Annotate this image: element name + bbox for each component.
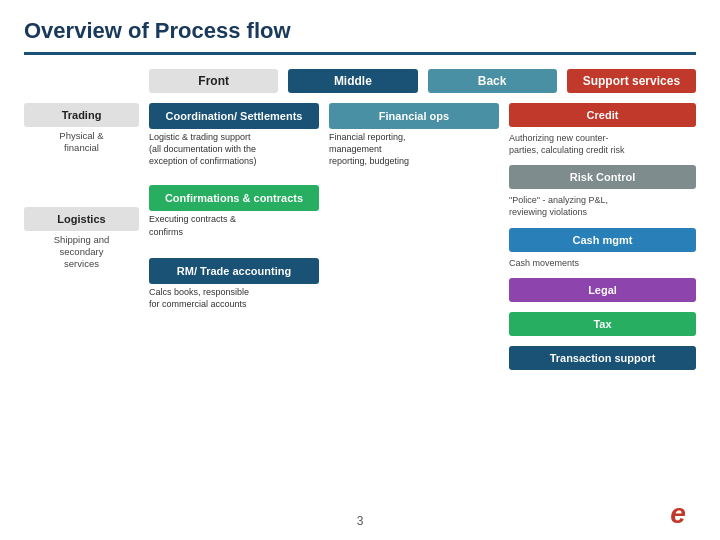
- financial-ops-group: Financial ops Financial reporting,manage…: [329, 103, 499, 167]
- confirm-desc: Executing contracts &confirms: [149, 213, 319, 237]
- page-title: Overview of Process flow: [24, 18, 696, 44]
- column-headers: Front Middle Back Support services: [24, 69, 696, 93]
- trading-box: Trading: [24, 103, 139, 127]
- credit-box: Credit: [509, 103, 696, 127]
- financial-desc: Financial reporting,managementreporting,…: [329, 131, 499, 167]
- rm-trade-box: RM/ Trade accounting: [149, 258, 319, 284]
- middle-column: Coordination/ Settlements Logistic & tra…: [149, 103, 319, 370]
- rm-group: RM/ Trade accounting Calcs books, respon…: [149, 254, 319, 310]
- header-support: Support services: [567, 69, 696, 93]
- confirmations-box: Confirmations & contracts: [149, 185, 319, 211]
- logistics-label-group: Logistics Shipping andsecondaryservices: [24, 199, 139, 271]
- back-column: Financial ops Financial reporting,manage…: [329, 103, 499, 370]
- risk-desc: "Police" - analyzing P&L,reviewing viola…: [509, 195, 696, 218]
- logo-area: e: [654, 496, 702, 532]
- header-middle: Middle: [288, 69, 417, 93]
- content-area: Trading Physical &financial Logistics Sh…: [24, 103, 696, 370]
- confirmations-group: Confirmations & contracts Executing cont…: [149, 185, 319, 237]
- credit-desc: Authorizing new counter-parties, calcula…: [509, 133, 696, 156]
- page: Overview of Process flow Front Middle Ba…: [0, 0, 720, 540]
- spacer-header: [24, 69, 139, 93]
- cash-box: Cash mgmt: [509, 228, 696, 252]
- tax-box: Tax: [509, 312, 696, 336]
- coord-desc: Logistic & trading support(all documenta…: [149, 131, 319, 167]
- rm-desc: Calcs books, responsiblefor commercial a…: [149, 286, 319, 310]
- enron-logo: e: [670, 500, 686, 528]
- transaction-box: Transaction support: [509, 346, 696, 370]
- page-number: 3: [357, 514, 364, 528]
- trading-label: Trading Physical &financial: [24, 103, 139, 155]
- logistics-box: Logistics: [24, 207, 139, 231]
- legal-box: Legal: [509, 278, 696, 302]
- coord-settlements-box: Coordination/ Settlements: [149, 103, 319, 129]
- cash-desc: Cash movements: [509, 258, 696, 270]
- physical-financial-label: Physical &financial: [24, 130, 139, 155]
- header-back: Back: [428, 69, 557, 93]
- coord-group: Coordination/ Settlements Logistic & tra…: [149, 103, 319, 167]
- support-column: Credit Authorizing new counter-parties, …: [509, 103, 696, 370]
- header-front: Front: [149, 69, 278, 93]
- left-labels: Trading Physical &financial Logistics Sh…: [24, 103, 139, 370]
- financial-ops-box: Financial ops: [329, 103, 499, 129]
- divider: [24, 52, 696, 55]
- risk-box: Risk Control: [509, 165, 696, 189]
- shipping-label: Shipping andsecondaryservices: [24, 234, 139, 271]
